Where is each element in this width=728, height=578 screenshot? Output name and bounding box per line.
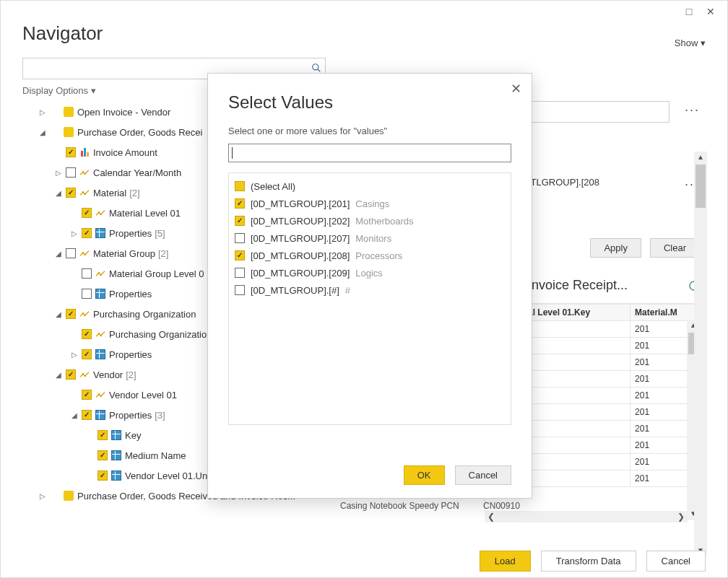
- value-row[interactable]: [0D_MTLGROUP].[208]Processors: [235, 247, 505, 264]
- expand-arrow-icon[interactable]: ◢: [38, 128, 47, 136]
- close-icon[interactable]: ✕: [700, 3, 722, 20]
- tree-node-label: Material Group Level 0: [109, 268, 204, 279]
- value-desc: Logics: [355, 268, 383, 279]
- load-button[interactable]: Load: [480, 551, 531, 572]
- checkbox[interactable]: [235, 285, 245, 295]
- checkbox[interactable]: [98, 470, 108, 481]
- expand-arrow-icon[interactable]: ◢: [54, 250, 63, 258]
- value-row[interactable]: [0D_MTLGROUP].[201]Casings: [235, 195, 505, 212]
- select-all-row[interactable]: (Select All): [235, 178, 505, 195]
- cancel-button[interactable]: Cancel: [646, 551, 706, 572]
- transform-data-button[interactable]: Transform Data: [541, 551, 636, 572]
- preview-row-fragment: CN00910: [483, 501, 520, 511]
- expand-arrow-icon[interactable]: ▷: [54, 169, 63, 177]
- scroll-right-icon[interactable]: ❯: [677, 512, 685, 522]
- checkbox[interactable]: [66, 309, 76, 319]
- value-code: [0D_MTLGROUP].[208]: [251, 250, 350, 261]
- tree-node-label: Purchasing Organizatio: [109, 329, 207, 340]
- svg-point-7: [100, 214, 101, 214]
- checkbox[interactable]: [98, 430, 108, 440]
- checkbox[interactable]: [82, 329, 92, 339]
- checkbox[interactable]: [82, 208, 92, 218]
- column-header[interactable]: Material.M: [630, 305, 699, 321]
- expand-arrow-icon[interactable]: ▷: [38, 108, 47, 116]
- hierarchy-icon: [95, 268, 106, 279]
- cube-icon: [63, 106, 74, 118]
- scroll-left-icon[interactable]: ❮: [488, 512, 495, 522]
- checkbox[interactable]: [235, 233, 245, 243]
- checkbox[interactable]: [82, 410, 92, 420]
- tree-node-count: [2]: [126, 369, 136, 380]
- expand-arrow-icon[interactable]: ◢: [54, 310, 63, 318]
- expand-arrow-icon[interactable]: ◢: [54, 371, 63, 379]
- checkbox[interactable]: [82, 289, 92, 299]
- tree-node-count: [2]: [129, 188, 139, 198]
- tree-node-label: Properties: [109, 228, 152, 239]
- value-row[interactable]: [0D_MTLGROUP].[#]#: [235, 281, 505, 299]
- checkbox[interactable]: [82, 390, 92, 400]
- checkbox[interactable]: [66, 369, 76, 380]
- checkbox[interactable]: [235, 198, 245, 209]
- tree-node-count: [5]: [155, 228, 165, 239]
- table-icon: [95, 288, 106, 299]
- tree-node-label: Material Level 01: [109, 208, 181, 219]
- tree-node-label: Medium Name: [125, 450, 186, 461]
- chevron-down-icon: ▾: [91, 85, 96, 96]
- svg-point-4: [82, 192, 83, 193]
- checkbox[interactable]: [235, 250, 245, 260]
- dialog-title: Select Values: [228, 92, 511, 113]
- tree-node-label: Material Group: [93, 248, 155, 259]
- expand-arrow-icon[interactable]: ▷: [70, 229, 79, 237]
- pane-scrollbar[interactable]: ▲ ▼: [694, 152, 707, 556]
- hierarchy-icon: [95, 207, 106, 219]
- cube-icon: [63, 126, 74, 138]
- svg-point-8: [82, 253, 83, 253]
- checkbox[interactable]: [66, 147, 76, 157]
- checkbox[interactable]: [235, 216, 245, 226]
- checkbox[interactable]: [235, 268, 245, 278]
- table-hscrollbar[interactable]: ❮ ❯: [485, 511, 688, 522]
- svg-point-19: [100, 395, 101, 396]
- table-icon: [110, 470, 122, 481]
- value-code: [0D_MTLGROUP].[201]: [251, 198, 350, 209]
- tree-node-label: Invoice Amount: [93, 147, 157, 158]
- values-list: (Select All)[0D_MTLGROUP].[201]Casings[0…: [228, 172, 511, 425]
- checkbox[interactable]: [66, 167, 76, 178]
- expand-arrow-icon[interactable]: ▷: [70, 351, 79, 359]
- checkbox[interactable]: [98, 450, 108, 460]
- value-code: [0D_MTLGROUP].[207]: [251, 233, 350, 244]
- show-menu[interactable]: Show ▾: [675, 38, 706, 48]
- expand-arrow-icon[interactable]: ◢: [70, 411, 79, 419]
- value-row[interactable]: [0D_MTLGROUP].[202]Motherboards: [235, 212, 505, 229]
- hierarchy-icon: [95, 328, 106, 340]
- clear-button[interactable]: Clear: [650, 238, 700, 258]
- checkbox[interactable]: [66, 188, 76, 198]
- value-desc: Casings: [355, 198, 389, 209]
- select-all-label: (Select All): [251, 181, 295, 192]
- value-row[interactable]: [0D_MTLGROUP].[209]Logics: [235, 264, 505, 281]
- filter-input[interactable]: [228, 144, 511, 162]
- scroll-up-icon[interactable]: ▲: [694, 153, 707, 161]
- checkbox[interactable]: [82, 349, 92, 359]
- checkbox[interactable]: [82, 268, 92, 279]
- ellipsis-button[interactable]: ···: [685, 102, 700, 118]
- tree-node-label: Properties: [109, 289, 152, 299]
- value-row[interactable]: [0D_MTLGROUP].[207]Monitors: [235, 229, 505, 247]
- close-icon[interactable]: ✕: [511, 81, 521, 97]
- scroll-thumb[interactable]: [696, 165, 706, 208]
- dialog-cancel-button[interactable]: Cancel: [455, 465, 511, 485]
- show-menu-label: Show: [675, 38, 698, 48]
- checkbox-tristate[interactable]: [235, 181, 245, 191]
- tree-node-label: Vendor Level 01: [109, 390, 177, 400]
- tree-node-label: Vendor: [93, 369, 123, 380]
- apply-button[interactable]: Apply: [590, 238, 641, 258]
- value-code: [0D_MTLGROUP].[#]: [251, 285, 339, 296]
- checkbox[interactable]: [66, 248, 76, 258]
- ok-button[interactable]: OK: [404, 465, 445, 485]
- svg-point-9: [84, 254, 85, 255]
- tree-node-label: Properties: [109, 349, 152, 360]
- maximize-icon[interactable]: □: [678, 3, 700, 20]
- checkbox[interactable]: [82, 228, 92, 238]
- expand-arrow-icon[interactable]: ◢: [54, 189, 63, 197]
- expand-arrow-icon[interactable]: ▷: [38, 492, 47, 500]
